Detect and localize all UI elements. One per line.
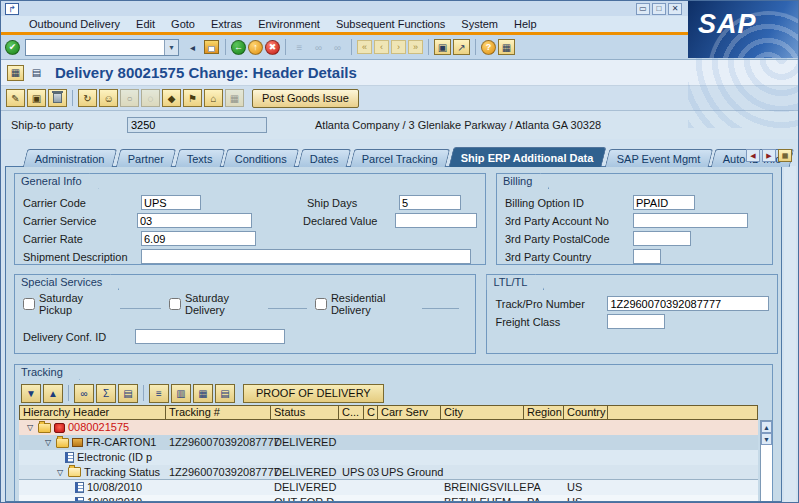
command-input[interactable] xyxy=(26,40,164,55)
detail-icon[interactable]: ▤ xyxy=(118,384,138,403)
local-file-icon[interactable]: ▥ xyxy=(171,384,191,403)
billing-option-id-input[interactable] xyxy=(633,195,695,210)
shipment-description-input[interactable] xyxy=(141,249,471,264)
word-processing-icon[interactable]: ▤ xyxy=(215,384,235,403)
tab-list-icon[interactable]: ▦ xyxy=(778,149,792,162)
tab-ship-erp-additional-data[interactable]: Ship ERP Additional Data xyxy=(449,147,607,167)
signal-icon[interactable]: ⚑ xyxy=(183,89,202,107)
refresh-icon[interactable]: ↻ xyxy=(78,89,97,107)
table-row[interactable]: Electronic (ID p xyxy=(19,450,758,465)
minimize-button[interactable]: ▭ xyxy=(636,3,650,15)
col-carr-serv[interactable]: Carr Serv xyxy=(378,405,441,420)
track-pro-number-input[interactable] xyxy=(607,296,769,311)
tab-conditions[interactable]: Conditions xyxy=(223,149,299,167)
saturday-delivery-checkbox[interactable] xyxy=(169,298,181,310)
third-party-country-input[interactable] xyxy=(633,249,661,264)
find-next-icon[interactable]: ∞ xyxy=(329,39,346,55)
col-carrier[interactable]: C... xyxy=(339,405,364,420)
window-menu-icon[interactable]: ↱ xyxy=(5,3,19,15)
menu-extras[interactable]: Extras xyxy=(203,18,250,30)
spreadsheet-icon[interactable]: ▦ xyxy=(193,384,213,403)
create-shortcut-icon[interactable]: ↗ xyxy=(453,39,470,55)
delivery-conf-id-input[interactable] xyxy=(135,329,285,344)
help-icon[interactable]: ? xyxy=(481,40,496,55)
residential-delivery-checkbox[interactable] xyxy=(315,298,327,310)
carrier-service-input[interactable] xyxy=(137,213,252,228)
declared-value-input[interactable] xyxy=(395,213,477,228)
back-icon[interactable]: ← xyxy=(231,40,246,55)
warehouse-icon[interactable]: ⌂ xyxy=(204,89,223,107)
previous-page-icon[interactable]: ‹ xyxy=(374,40,389,54)
tab-parcel-tracking[interactable]: Parcel Tracking xyxy=(350,149,450,167)
display-change-icon[interactable]: ✎ xyxy=(6,89,25,107)
restore-button[interactable]: □ xyxy=(652,3,666,15)
col-country[interactable]: Country xyxy=(564,405,608,420)
tab-dates[interactable]: Dates xyxy=(298,149,351,167)
next-page-icon[interactable]: › xyxy=(391,40,406,54)
tab-texts[interactable]: Texts xyxy=(175,149,225,167)
ship-days-input[interactable] xyxy=(399,195,461,210)
col-region[interactable]: Region xyxy=(524,405,564,420)
third-party-postalcode-input[interactable] xyxy=(633,231,691,246)
table-vertical-scrollbar[interactable]: ▲ ▼ xyxy=(760,420,773,502)
ship-to-party-input[interactable] xyxy=(127,117,267,133)
scroll-down-icon[interactable]: ▼ xyxy=(761,433,772,445)
find-icon[interactable]: ∞ xyxy=(74,384,94,403)
table-row[interactable]: ▽ FR-CARTON1 1Z2960070392087777 DELIVERE… xyxy=(19,435,758,450)
tab-sap-event-mgmt[interactable]: SAP Event Mgmt xyxy=(604,149,712,167)
col-city[interactable]: City xyxy=(441,405,524,420)
table-row[interactable]: 10/08/2010 OUT FOR D... BETHLEHEM PA US xyxy=(19,495,758,502)
menu-subsequent-functions[interactable]: Subsequent Functions xyxy=(328,18,453,30)
print-icon[interactable]: ≡ xyxy=(149,384,169,403)
menu-help[interactable]: Help xyxy=(506,18,545,30)
delete-icon[interactable] xyxy=(48,89,67,107)
tab-administration[interactable]: Administration xyxy=(23,149,117,167)
first-page-icon[interactable]: « xyxy=(357,40,372,54)
col-tracking-number[interactable]: Tracking # xyxy=(166,405,271,420)
saturday-pickup-checkbox[interactable] xyxy=(23,298,35,310)
print-icon[interactable]: ≡ xyxy=(291,39,308,55)
enter-icon[interactable]: ✔ xyxy=(5,40,20,55)
packing-icon[interactable]: ◆ xyxy=(162,89,181,107)
freight-class-input[interactable] xyxy=(607,314,665,329)
menu-goto[interactable]: Goto xyxy=(163,18,203,30)
find-icon[interactable]: ∞ xyxy=(310,39,327,55)
carrier-rate-input[interactable] xyxy=(141,231,256,246)
sort-descending-icon[interactable]: ▼ xyxy=(21,384,41,403)
carrier-code-input[interactable] xyxy=(141,195,201,210)
sum-icon[interactable]: Σ xyxy=(96,384,116,403)
post-goods-issue-button[interactable]: Post Goods Issue xyxy=(252,89,359,108)
collapse-node-icon[interactable]: ▽ xyxy=(43,435,53,450)
save-icon[interactable] xyxy=(204,40,219,54)
tab-scroll-left-icon[interactable]: ◀ xyxy=(746,149,760,162)
partner-icon[interactable]: ☺ xyxy=(99,89,118,107)
tab-partner[interactable]: Partner xyxy=(115,149,176,167)
table-row[interactable]: ▽ 0080021575 xyxy=(19,420,758,435)
customize-layout-icon[interactable]: ▦ xyxy=(498,39,515,55)
exit-icon[interactable]: ↑ xyxy=(248,40,263,55)
last-page-icon[interactable]: » xyxy=(408,40,423,54)
scroll-up-icon[interactable]: ▲ xyxy=(761,421,772,433)
third-party-account-input[interactable] xyxy=(633,213,748,228)
col-c[interactable]: C xyxy=(364,405,378,420)
other-delivery-icon[interactable]: ▣ xyxy=(27,89,46,107)
screen-icon[interactable]: ▦ xyxy=(7,65,24,81)
tab-scroll-right-icon[interactable]: ▶ xyxy=(762,149,776,162)
collapse-node-icon[interactable]: ▽ xyxy=(25,420,35,435)
proof-of-delivery-button[interactable]: PROOF OF DELIVERY xyxy=(243,384,384,403)
sort-ascending-icon[interactable]: ▲ xyxy=(43,384,63,403)
table-row[interactable]: ▽ Tracking Status 1Z2960070392087777 DEL… xyxy=(19,465,758,480)
table-row[interactable]: 10/08/2010 DELIVERED BREINIGSVILLE PA US xyxy=(19,480,758,495)
collapse-node-icon[interactable]: ▽ xyxy=(55,465,65,480)
menu-environment[interactable]: Environment xyxy=(250,18,328,30)
close-button[interactable]: ✕ xyxy=(668,3,682,15)
collapse-toolbar-icon[interactable]: ◂ xyxy=(184,39,201,55)
new-session-icon[interactable]: ▣ xyxy=(434,39,451,55)
col-hierarchy-header[interactable]: Hierarchy Header xyxy=(19,405,166,420)
cancel-icon[interactable]: ✖ xyxy=(265,40,280,55)
menu-edit[interactable]: Edit xyxy=(128,18,163,30)
copy-title-icon[interactable]: ▤ xyxy=(28,65,45,81)
menu-system[interactable]: System xyxy=(453,18,506,30)
menu-outbound-delivery[interactable]: Outbound Delivery xyxy=(21,18,128,30)
command-history-icon[interactable]: ▾ xyxy=(164,40,178,55)
